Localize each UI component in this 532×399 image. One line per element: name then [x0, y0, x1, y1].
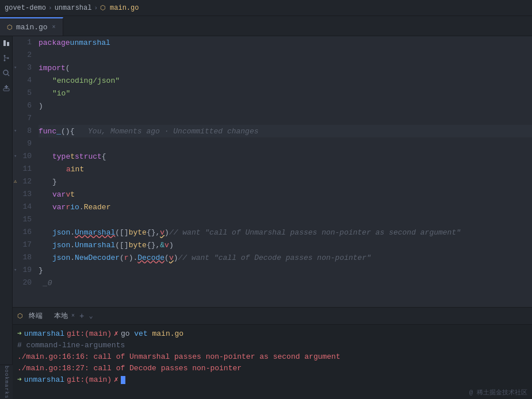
code-line-6: )	[39, 99, 532, 112]
svg-point-5	[3, 70, 8, 75]
code-line-17: json.Unmarshal([]byte{}, &v)	[39, 239, 532, 251]
tab-maingo[interactable]: ⬡ main.go ×	[0, 17, 63, 36]
code-line-19: }	[39, 264, 532, 277]
svg-rect-1	[7, 42, 9, 46]
file-icon: ⬡	[100, 4, 106, 11]
code-line-8: func _() { You, Moments ago · Uncommitte…	[39, 125, 532, 137]
code-line-13: var v t	[39, 188, 532, 201]
watermark: @ 稀土掘金技术社区	[469, 388, 527, 397]
prompt-x-2: ✗	[114, 374, 118, 386]
prompt-arrow-1: ➜	[17, 328, 22, 340]
terminal-cursor	[121, 376, 125, 384]
svg-point-3	[3, 60, 5, 62]
terminal-output-2: ./main.go:16:16: call of Unmarshal passe…	[17, 351, 527, 363]
tab-close-button[interactable]: ×	[52, 24, 56, 30]
left-sidebar	[0, 36, 13, 399]
ln-3: ▾ 3	[13, 62, 39, 74]
code-line-14: var r io.Reader	[39, 201, 532, 213]
breadcrumb-sep-2: ›	[94, 5, 98, 11]
code-line-10: type t struct {	[39, 150, 532, 163]
ln-12: ⚠ 12	[13, 175, 39, 188]
prompt-git-2: git:(main)	[67, 374, 112, 386]
sidebar-icon-source-control[interactable]	[2, 53, 11, 63]
prompt-dir-2: unmarshal	[24, 374, 64, 386]
terminal-tab-label[interactable]: 终端	[29, 311, 43, 321]
tab-file-icon: ⬡	[7, 24, 13, 31]
code-line-11: a int	[39, 163, 532, 175]
fold-icon-8[interactable]: ▾	[14, 125, 17, 137]
terminal-local-label[interactable]: 本地 ×	[54, 311, 75, 321]
tab-bar: ⬡ main.go ×	[0, 16, 532, 36]
code-line-5: "io"	[39, 87, 532, 99]
ln-19: ▾ 19	[13, 264, 39, 277]
svg-point-2	[3, 55, 5, 57]
ln-17: 17	[13, 239, 39, 251]
svg-rect-7	[3, 89, 9, 91]
code-line-7	[39, 112, 532, 125]
terminal-prompt-2: ➜ unmarshal git:(main) ✗	[17, 374, 527, 386]
tab-label: main.go	[16, 23, 48, 32]
main-layout: 1 2 ▾ 3 4 5 6 7 ▾ 8 9 ▾ 10 11	[0, 36, 532, 399]
breadcrumb-unmarshal[interactable]: unmarshal	[55, 4, 92, 12]
code-line-4: "encoding/json"	[39, 74, 532, 87]
code-line-16: json.Unmarshal([]byte{}, v) // want "cal…	[39, 226, 532, 239]
terminal-output-3: ./main.go:18:27: call of Decode passes n…	[17, 363, 527, 374]
breadcrumb-govet[interactable]: govet-demo	[5, 4, 46, 12]
breadcrumb-bar: govet-demo › unmarshal › ⬡ main.go	[0, 0, 532, 16]
ln-9: 9	[13, 137, 39, 150]
ln-20: 20	[13, 277, 39, 289]
terminal-tab-bar: ⬡ 终端 本地 × + ⌄	[13, 308, 532, 325]
ln-11: 11	[13, 163, 39, 175]
ln-7: 7	[13, 112, 39, 125]
code-line-20: _0	[39, 277, 532, 289]
terminal-command-1: go vet main.go	[121, 328, 183, 340]
code-line-3: import (	[39, 62, 532, 74]
ln-6: 6	[13, 99, 39, 112]
code-body: package unmarshal import ( "encoding/jso…	[39, 36, 532, 307]
fold-icon-19[interactable]: ▾	[14, 264, 17, 277]
fold-icon-3[interactable]: ▾	[14, 62, 17, 74]
ln-13: 13	[13, 188, 39, 201]
svg-rect-0	[3, 40, 6, 46]
prompt-arrow-2: ➜	[17, 374, 22, 386]
ln-10: ▾ 10	[13, 150, 39, 163]
terminal-content: ➜ unmarshal git:(main) ✗ go vet main.go …	[13, 325, 532, 399]
breadcrumb-maingo[interactable]: ⬡ main.go	[100, 4, 139, 12]
warn-icon-12: ⚠	[14, 175, 17, 188]
code-line-15	[39, 213, 532, 226]
ln-14: 14	[13, 201, 39, 213]
prompt-git-1: git:(main)	[67, 328, 112, 340]
editor-area: 1 2 ▾ 3 4 5 6 7 ▾ 8 9 ▾ 10 11	[13, 36, 532, 399]
ln-5: 5	[13, 87, 39, 99]
terminal-chevron-icon[interactable]: ⌄	[89, 312, 93, 320]
code-line-9	[39, 137, 532, 150]
breadcrumb-sep-1: ›	[48, 5, 52, 11]
code-line-2	[39, 49, 532, 62]
prompt-dir-1: unmarshal	[24, 328, 64, 340]
fold-icon-10[interactable]: ▾	[14, 150, 17, 163]
terminal-add-button[interactable]: +	[79, 312, 84, 321]
svg-line-6	[7, 75, 9, 76]
ln-4: 4	[13, 74, 39, 87]
sidebar-icon-extensions[interactable]	[2, 83, 11, 93]
git-blame-line8: You, Moments ago · Uncommitted changes	[79, 127, 258, 136]
ln-2: 2	[13, 49, 39, 62]
ln-8: ▾ 8	[13, 125, 39, 137]
code-editor[interactable]: 1 2 ▾ 3 4 5 6 7 ▾ 8 9 ▾ 10 11	[13, 36, 532, 307]
line-numbers: 1 2 ▾ 3 4 5 6 7 ▾ 8 9 ▾ 10 11	[13, 36, 39, 307]
terminal-local-close[interactable]: ×	[71, 313, 75, 319]
ln-18: 18	[13, 251, 39, 264]
sidebar-icon-search[interactable]	[2, 68, 11, 78]
code-line-1: package unmarshal	[39, 36, 532, 49]
sidebar-icon-explorer[interactable]	[2, 39, 11, 48]
terminal-prompt-1: ➜ unmarshal git:(main) ✗ go vet main.go	[17, 328, 527, 340]
terminal-section-icon: ⬡	[17, 312, 23, 320]
ln-16: 16	[13, 226, 39, 239]
terminal-area: ⬡ 终端 本地 × + ⌄ ➜ unmarshal git:(main)	[13, 307, 532, 399]
ln-15: 15	[13, 213, 39, 226]
code-line-18: json.NewDecoder(r).Decode(v) // want "ca…	[39, 251, 532, 264]
bookmarks-label: bookmarks	[0, 365, 13, 399]
prompt-x-1: ✗	[114, 328, 118, 340]
code-line-12: }	[39, 175, 532, 188]
terminal-output-1: # command-line-arguments	[17, 340, 527, 351]
